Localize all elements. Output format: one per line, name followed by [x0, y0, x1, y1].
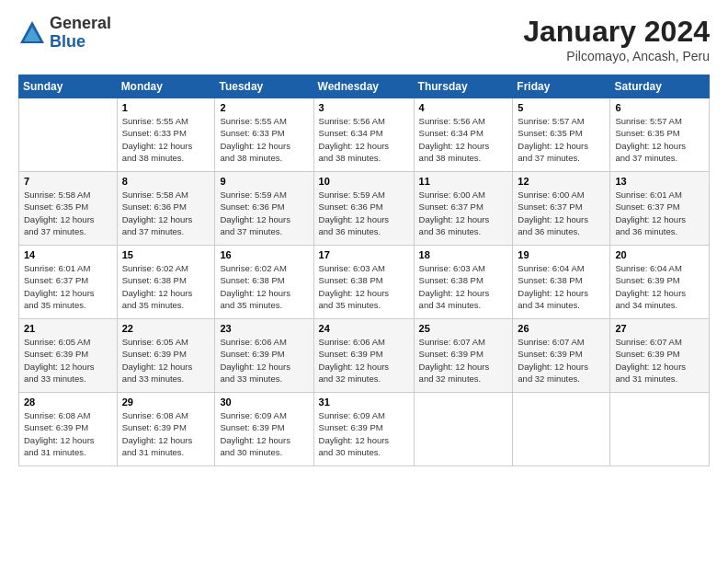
weekday-header: Monday: [117, 75, 215, 98]
day-number: 8: [122, 176, 210, 187]
day-info: Sunrise: 5:58 AM Sunset: 6:35 PM Dayligh…: [24, 189, 112, 237]
calendar-cell: 30Sunrise: 6:09 AM Sunset: 6:39 PM Dayli…: [215, 393, 313, 466]
day-number: 28: [24, 396, 112, 408]
calendar-cell: 21Sunrise: 6:05 AM Sunset: 6:39 PM Dayli…: [19, 319, 118, 393]
day-number: 24: [319, 323, 409, 334]
day-info: Sunrise: 5:58 AM Sunset: 6:36 PM Dayligh…: [122, 189, 210, 237]
calendar-week-row: 28Sunrise: 6:08 AM Sunset: 6:39 PM Dayli…: [19, 393, 710, 466]
calendar-cell: 13Sunrise: 6:01 AM Sunset: 6:37 PM Dayli…: [610, 172, 710, 246]
day-number: 26: [518, 323, 605, 334]
page: General Blue January 2024 Pilcomayo, Anc…: [0, 0, 728, 563]
calendar-week-row: 7Sunrise: 5:58 AM Sunset: 6:35 PM Daylig…: [19, 172, 710, 246]
day-number: 13: [615, 176, 704, 187]
header: General Blue January 2024 Pilcomayo, Anc…: [18, 15, 710, 63]
day-number: 18: [419, 249, 508, 260]
day-info: Sunrise: 6:05 AM Sunset: 6:39 PM Dayligh…: [24, 336, 112, 385]
day-number: 25: [419, 323, 508, 334]
day-number: 19: [518, 249, 605, 260]
calendar-cell: 18Sunrise: 6:03 AM Sunset: 6:38 PM Dayli…: [414, 246, 513, 319]
day-info: Sunrise: 6:08 AM Sunset: 6:39 PM Dayligh…: [24, 409, 112, 458]
day-info: Sunrise: 6:02 AM Sunset: 6:38 PM Dayligh…: [220, 262, 308, 311]
day-number: 27: [615, 323, 704, 334]
calendar-table: SundayMondayTuesdayWednesdayThursdayFrid…: [18, 75, 710, 466]
calendar-cell: 17Sunrise: 6:03 AM Sunset: 6:38 PM Dayli…: [313, 246, 414, 319]
calendar-header-row: SundayMondayTuesdayWednesdayThursdayFrid…: [19, 75, 710, 98]
calendar-subtitle: Pilcomayo, Ancash, Peru: [523, 49, 710, 63]
day-number: 9: [220, 176, 308, 187]
calendar-cell: 14Sunrise: 6:01 AM Sunset: 6:37 PM Dayli…: [19, 246, 118, 319]
calendar-cell: 7Sunrise: 5:58 AM Sunset: 6:35 PM Daylig…: [19, 172, 118, 246]
calendar-cell: 5Sunrise: 5:57 AM Sunset: 6:35 PM Daylig…: [513, 98, 610, 172]
day-number: 23: [220, 323, 308, 334]
calendar-cell: 28Sunrise: 6:08 AM Sunset: 6:39 PM Dayli…: [19, 393, 118, 466]
day-number: 1: [122, 102, 210, 113]
day-info: Sunrise: 6:01 AM Sunset: 6:37 PM Dayligh…: [615, 189, 704, 237]
day-number: 2: [220, 102, 308, 113]
calendar-cell: 25Sunrise: 6:07 AM Sunset: 6:39 PM Dayli…: [414, 319, 513, 393]
calendar-cell: 19Sunrise: 6:04 AM Sunset: 6:38 PM Dayli…: [513, 246, 610, 319]
day-info: Sunrise: 6:08 AM Sunset: 6:39 PM Dayligh…: [122, 409, 210, 458]
calendar-week-row: 21Sunrise: 6:05 AM Sunset: 6:39 PM Dayli…: [19, 319, 710, 393]
calendar-cell: 24Sunrise: 6:06 AM Sunset: 6:39 PM Dayli…: [313, 319, 414, 393]
calendar-cell: 26Sunrise: 6:07 AM Sunset: 6:39 PM Dayli…: [513, 319, 610, 393]
day-number: 30: [220, 396, 308, 408]
day-info: Sunrise: 6:04 AM Sunset: 6:39 PM Dayligh…: [615, 262, 704, 311]
calendar-cell: 22Sunrise: 6:05 AM Sunset: 6:39 PM Dayli…: [117, 319, 215, 393]
day-info: Sunrise: 5:55 AM Sunset: 6:33 PM Dayligh…: [122, 115, 210, 164]
calendar-week-row: 1Sunrise: 5:55 AM Sunset: 6:33 PM Daylig…: [19, 98, 710, 172]
calendar-cell: [610, 393, 710, 466]
day-number: 22: [122, 323, 210, 334]
weekday-header: Sunday: [19, 75, 118, 98]
calendar-cell: 29Sunrise: 6:08 AM Sunset: 6:39 PM Dayli…: [117, 393, 215, 466]
title-block: January 2024 Pilcomayo, Ancash, Peru: [523, 15, 710, 63]
calendar-cell: [513, 393, 610, 466]
calendar-title: January 2024: [523, 15, 710, 49]
calendar-cell: 10Sunrise: 5:59 AM Sunset: 6:36 PM Dayli…: [313, 172, 414, 246]
day-info: Sunrise: 5:57 AM Sunset: 6:35 PM Dayligh…: [615, 115, 704, 164]
calendar-cell: 4Sunrise: 5:56 AM Sunset: 6:34 PM Daylig…: [414, 98, 513, 172]
day-info: Sunrise: 5:56 AM Sunset: 6:34 PM Dayligh…: [419, 115, 508, 164]
day-info: Sunrise: 5:59 AM Sunset: 6:36 PM Dayligh…: [220, 189, 308, 237]
weekday-header: Tuesday: [215, 75, 313, 98]
logo-icon: [18, 19, 46, 47]
day-number: 20: [615, 249, 704, 260]
day-number: 3: [319, 102, 409, 113]
calendar-cell: 11Sunrise: 6:00 AM Sunset: 6:37 PM Dayli…: [414, 172, 513, 246]
day-number: 21: [24, 323, 112, 334]
day-number: 10: [319, 176, 409, 187]
day-info: Sunrise: 6:03 AM Sunset: 6:38 PM Dayligh…: [319, 262, 409, 311]
weekday-header: Friday: [513, 75, 610, 98]
day-number: 12: [518, 176, 605, 187]
calendar-cell: 2Sunrise: 5:55 AM Sunset: 6:33 PM Daylig…: [215, 98, 313, 172]
calendar-cell: [19, 98, 118, 172]
calendar-cell: 31Sunrise: 6:09 AM Sunset: 6:39 PM Dayli…: [313, 393, 414, 466]
day-info: Sunrise: 5:56 AM Sunset: 6:34 PM Dayligh…: [319, 115, 409, 164]
calendar-cell: 12Sunrise: 6:00 AM Sunset: 6:37 PM Dayli…: [513, 172, 610, 246]
day-info: Sunrise: 5:57 AM Sunset: 6:35 PM Dayligh…: [518, 115, 605, 164]
calendar-cell: [414, 393, 513, 466]
calendar-cell: 20Sunrise: 6:04 AM Sunset: 6:39 PM Dayli…: [610, 246, 710, 319]
day-number: 5: [518, 102, 605, 113]
weekday-header: Saturday: [610, 75, 710, 98]
day-number: 14: [24, 249, 112, 260]
day-number: 7: [24, 176, 112, 187]
calendar-cell: 15Sunrise: 6:02 AM Sunset: 6:38 PM Dayli…: [117, 246, 215, 319]
day-number: 11: [419, 176, 508, 187]
day-info: Sunrise: 6:05 AM Sunset: 6:39 PM Dayligh…: [122, 336, 210, 385]
calendar-cell: 27Sunrise: 6:07 AM Sunset: 6:39 PM Dayli…: [610, 319, 710, 393]
day-info: Sunrise: 6:00 AM Sunset: 6:37 PM Dayligh…: [419, 189, 508, 237]
logo-blue-text: Blue: [50, 32, 85, 51]
weekday-header: Thursday: [414, 75, 513, 98]
calendar-cell: 23Sunrise: 6:06 AM Sunset: 6:39 PM Dayli…: [215, 319, 313, 393]
calendar-cell: 16Sunrise: 6:02 AM Sunset: 6:38 PM Dayli…: [215, 246, 313, 319]
day-info: Sunrise: 6:01 AM Sunset: 6:37 PM Dayligh…: [24, 262, 112, 311]
day-info: Sunrise: 5:59 AM Sunset: 6:36 PM Dayligh…: [319, 189, 409, 237]
logo-general-text: General: [50, 14, 111, 32]
day-number: 6: [615, 102, 704, 113]
calendar-cell: 6Sunrise: 5:57 AM Sunset: 6:35 PM Daylig…: [610, 98, 710, 172]
day-info: Sunrise: 6:06 AM Sunset: 6:39 PM Dayligh…: [319, 336, 409, 385]
day-info: Sunrise: 6:04 AM Sunset: 6:38 PM Dayligh…: [518, 262, 605, 311]
day-number: 16: [220, 249, 308, 260]
day-number: 31: [319, 396, 409, 408]
day-info: Sunrise: 6:06 AM Sunset: 6:39 PM Dayligh…: [220, 336, 308, 385]
